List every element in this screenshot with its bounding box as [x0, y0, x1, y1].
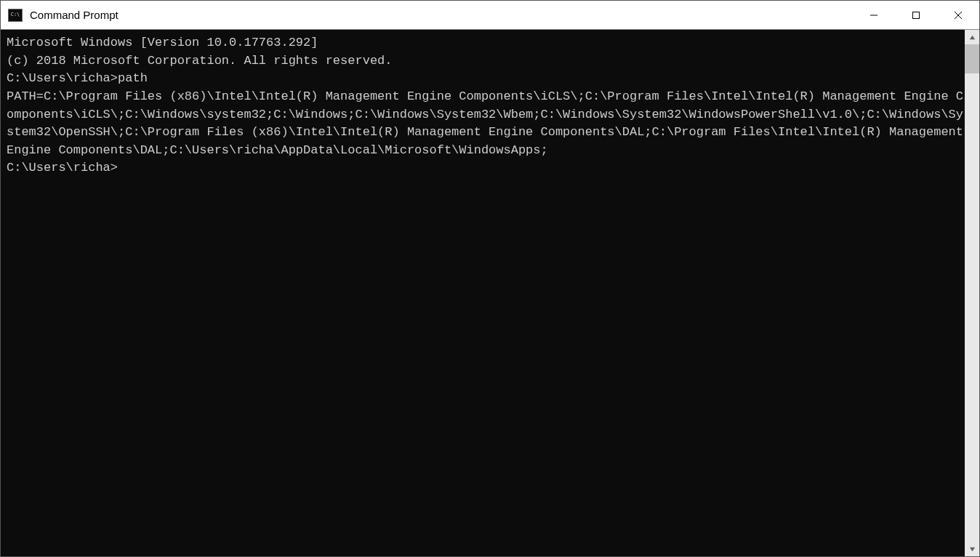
svg-marker-4 — [969, 35, 974, 39]
chevron-down-icon — [969, 546, 976, 553]
chevron-up-icon — [969, 34, 976, 41]
window-title: Command Prompt — [30, 9, 853, 21]
version-line: Microsoft Windows [Version 10.0.17763.29… — [7, 34, 965, 52]
close-button[interactable] — [937, 1, 979, 29]
minimize-button[interactable] — [853, 1, 895, 29]
current-prompt: C:\Users\richa> — [7, 161, 118, 175]
terminal-area: Microsoft Windows [Version 10.0.17763.29… — [1, 30, 979, 556]
window-controls — [853, 1, 979, 29]
scroll-track[interactable] — [965, 44, 979, 542]
command-prompt-window: Command Prompt Microsoft Windows [Versio… — [0, 0, 980, 557]
cmd-icon — [8, 9, 23, 22]
terminal-output[interactable]: Microsoft Windows [Version 10.0.17763.29… — [1, 30, 965, 556]
copyright-line: (c) 2018 Microsoft Corporation. All righ… — [7, 52, 965, 71]
minimize-icon — [869, 11, 878, 20]
svg-rect-1 — [913, 12, 920, 18]
maximize-icon — [912, 11, 920, 20]
prompt-command: C:\Users\richa>path — [7, 70, 965, 88]
close-icon — [954, 11, 963, 20]
scroll-up-button[interactable] — [965, 30, 979, 44]
maximize-button[interactable] — [895, 1, 937, 29]
path-output: PATH=C:\Program Files (x86)\Intel\Intel(… — [7, 88, 965, 160]
svg-marker-5 — [969, 547, 974, 550]
vertical-scrollbar[interactable] — [965, 30, 979, 556]
titlebar[interactable]: Command Prompt — [1, 1, 979, 30]
scroll-down-button[interactable] — [965, 542, 979, 556]
scroll-thumb[interactable] — [965, 44, 979, 73]
cursor — [118, 161, 124, 175]
